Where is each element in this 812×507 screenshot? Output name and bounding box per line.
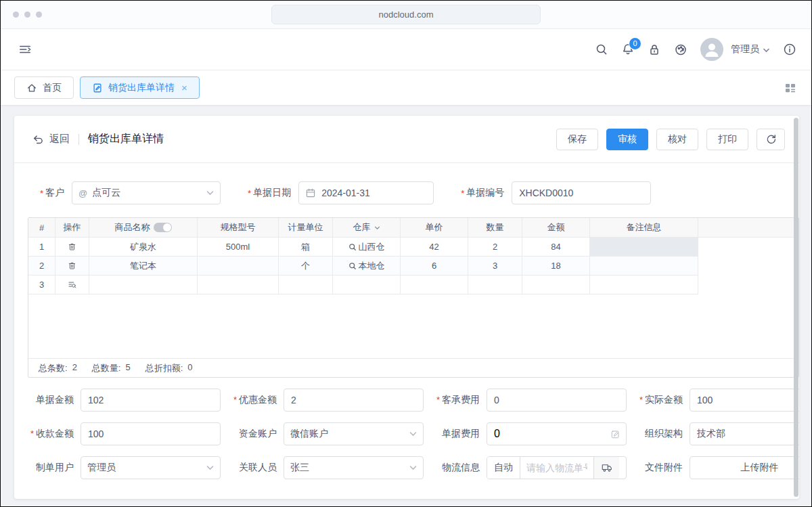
window-dot-icon[interactable] bbox=[24, 12, 30, 18]
lock-icon[interactable] bbox=[648, 43, 661, 56]
layout-grid-icon[interactable] bbox=[783, 81, 798, 95]
delete-row-icon[interactable] bbox=[65, 240, 80, 255]
cell-spec[interactable]: 500ml bbox=[198, 238, 279, 257]
total-rows-label: 总条数: bbox=[39, 362, 68, 374]
back-button[interactable]: 返回 bbox=[32, 133, 70, 146]
cell-price[interactable]: 6 bbox=[401, 257, 468, 275]
tab-sales-outbound-detail[interactable]: 销货出库单详情 × bbox=[80, 76, 200, 99]
url-text: nodcloud.com bbox=[379, 9, 434, 20]
save-button[interactable]: 保存 bbox=[556, 129, 598, 150]
organization-input[interactable] bbox=[690, 422, 799, 445]
verify-button[interactable]: 核对 bbox=[656, 129, 698, 150]
goods-name-toggle[interactable] bbox=[154, 223, 172, 232]
logistics-track-button[interactable] bbox=[593, 457, 619, 479]
cell-qty[interactable]: 2 bbox=[468, 238, 522, 257]
upload-attachment-button[interactable]: 上传附件 bbox=[690, 456, 799, 479]
info-icon[interactable] bbox=[783, 43, 796, 56]
cell-amount[interactable] bbox=[522, 275, 590, 294]
discount-amount-input[interactable] bbox=[284, 389, 424, 412]
date-value: 2024-01-31 bbox=[321, 188, 370, 198]
cell-goods-name[interactable]: 矿泉水 bbox=[89, 238, 198, 257]
user-name-label: 管理员 bbox=[731, 43, 759, 56]
window-controls[interactable] bbox=[13, 12, 42, 18]
doc-amount-input[interactable] bbox=[81, 389, 221, 412]
cell-qty[interactable] bbox=[468, 275, 522, 294]
creator-select[interactable]: 管理员 bbox=[81, 456, 221, 479]
total-qty-value: 5 bbox=[125, 362, 130, 374]
amount-form-row-1: 单据金额 *优惠金额 *客承费用 *实际金额 bbox=[14, 389, 799, 412]
col-price: 单价 bbox=[401, 218, 468, 238]
print-button[interactable]: 打印 bbox=[706, 129, 748, 150]
user-avatar[interactable] bbox=[700, 38, 723, 61]
col-index: # bbox=[28, 218, 55, 238]
doc-fee-input[interactable]: 0 bbox=[487, 422, 627, 445]
theme-palette-icon[interactable] bbox=[674, 43, 687, 56]
close-icon[interactable]: × bbox=[181, 83, 187, 93]
customer-fee-input[interactable] bbox=[487, 389, 627, 412]
doc-amount-field: 单据金额 bbox=[21, 389, 221, 412]
table-row: 1 矿泉水 500ml 箱 山西仓 42 2 84 bbox=[28, 238, 798, 257]
logistics-no-input[interactable] bbox=[520, 457, 593, 479]
col-operation: 操作 bbox=[55, 218, 89, 238]
col-amount: 金额 bbox=[522, 218, 590, 238]
delete-row-icon[interactable] bbox=[65, 259, 80, 273]
col-unit: 计量单位 bbox=[279, 218, 333, 238]
date-input[interactable]: 2024-01-31 bbox=[298, 181, 434, 204]
refresh-button[interactable] bbox=[757, 129, 785, 150]
home-icon bbox=[26, 83, 37, 93]
cell-unit[interactable]: 个 bbox=[279, 257, 333, 275]
attachment-field: 文件附件 上传附件 bbox=[630, 456, 799, 479]
cell-goods-name[interactable] bbox=[89, 275, 198, 294]
related-person-select[interactable]: 张三 bbox=[284, 456, 424, 479]
col-qty: 数量 bbox=[468, 218, 522, 238]
col-warehouse[interactable]: 仓库 bbox=[333, 218, 401, 238]
received-amount-field: *收款金额 bbox=[21, 422, 221, 445]
table-header-row: # 操作 商品名称 规格型号 计量单位 仓库 单价 数量 金额 备注信息 bbox=[28, 218, 798, 238]
cell-spec[interactable] bbox=[198, 275, 279, 294]
notification-bell-icon[interactable]: 0 bbox=[621, 43, 635, 56]
tab-home[interactable]: 首页 bbox=[14, 76, 74, 99]
cell-remark[interactable] bbox=[590, 275, 698, 294]
address-bar[interactable]: nodcloud.com bbox=[271, 5, 541, 24]
cell-qty[interactable]: 3 bbox=[468, 257, 522, 275]
logistics-mode-button[interactable]: 自动 bbox=[487, 457, 520, 479]
cell-spec[interactable] bbox=[198, 257, 279, 275]
cell-remark[interactable] bbox=[590, 257, 698, 275]
customer-select[interactable]: @ 点可云 bbox=[72, 181, 221, 204]
window-dot-icon[interactable] bbox=[13, 12, 19, 18]
actual-amount-input[interactable] bbox=[690, 389, 799, 412]
calendar-icon bbox=[305, 188, 316, 198]
window-dot-icon[interactable] bbox=[36, 12, 42, 18]
cell-amount[interactable]: 18 bbox=[522, 257, 590, 275]
doc-fee-field: 单据费用 0 bbox=[427, 422, 627, 445]
edit-icon[interactable] bbox=[610, 429, 621, 439]
cell-price[interactable]: 42 bbox=[401, 238, 468, 257]
notification-badge: 0 bbox=[629, 38, 641, 49]
back-arrow-icon bbox=[32, 133, 44, 146]
cell-unit[interactable] bbox=[279, 275, 333, 294]
total-discount-value: 0 bbox=[187, 362, 192, 374]
audit-button[interactable]: 审核 bbox=[606, 129, 648, 150]
fund-account-select[interactable]: 微信账户 bbox=[284, 422, 424, 445]
cell-warehouse[interactable]: 本地仓 bbox=[333, 257, 401, 275]
vertical-scrollbar[interactable] bbox=[794, 118, 798, 497]
select-goods-icon[interactable] bbox=[65, 278, 80, 292]
user-menu[interactable]: 管理员 bbox=[731, 43, 770, 56]
creator-label: 制单用户 bbox=[21, 462, 74, 474]
header-form: * 客户 @ 点可云 * 单据日期 2024-01-31 * 单据编号 bbox=[14, 181, 799, 204]
tab-active-label: 销货出库单详情 bbox=[108, 82, 175, 94]
customer-value: 点可云 bbox=[92, 187, 206, 199]
doc-no-input[interactable] bbox=[512, 181, 651, 204]
cell-unit[interactable]: 箱 bbox=[279, 238, 333, 257]
cell-warehouse[interactable] bbox=[333, 275, 401, 294]
cell-remark-selected[interactable] bbox=[590, 238, 698, 257]
received-amount-input[interactable] bbox=[81, 422, 221, 445]
cell-price[interactable] bbox=[401, 275, 468, 294]
discount-amount-label: *优惠金额 bbox=[224, 394, 277, 406]
doc-no-label: 单据编号 bbox=[466, 187, 504, 199]
cell-warehouse[interactable]: 山西仓 bbox=[333, 238, 401, 257]
search-icon[interactable] bbox=[595, 43, 608, 56]
cell-amount[interactable]: 84 bbox=[522, 238, 590, 257]
menu-fold-icon[interactable] bbox=[18, 43, 32, 56]
cell-goods-name[interactable]: 笔记本 bbox=[89, 257, 198, 275]
